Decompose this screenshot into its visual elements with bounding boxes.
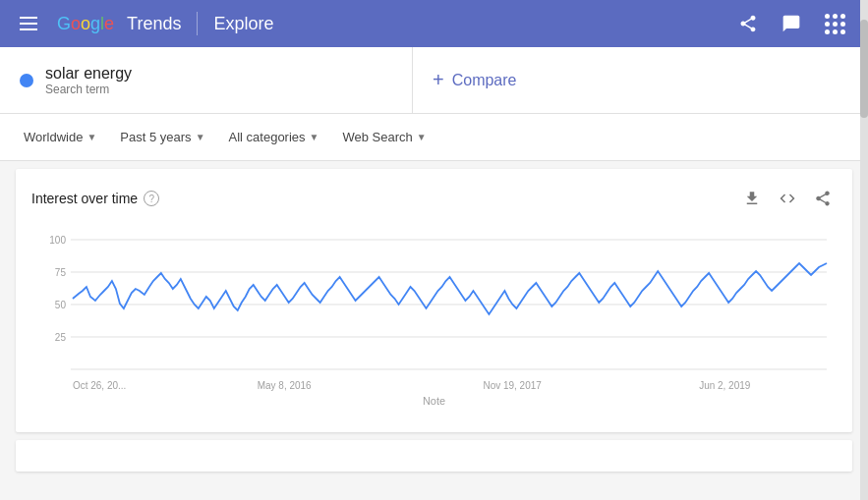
region-filter[interactable]: Worldwide ▼	[16, 124, 104, 150]
app-header: Google Trends Explore	[0, 0, 868, 47]
header-divider	[197, 12, 198, 35]
chart-title-row: Interest over time ?	[31, 191, 159, 206]
interest-over-time-card: Interest over time ?	[16, 169, 852, 432]
menu-icon[interactable]	[16, 13, 41, 34]
chart-title: Interest over time	[31, 191, 138, 206]
category-filter[interactable]: All categories ▼	[221, 124, 327, 150]
scrollbar-thumb[interactable]	[860, 20, 868, 118]
search-type-filter-arrow: ▼	[417, 132, 427, 142]
header-actions	[730, 6, 852, 41]
search-term-text: solar energy Search term	[45, 65, 132, 96]
feedback-icon[interactable]	[774, 6, 809, 41]
search-term-box[interactable]: solar energy Search term	[0, 47, 413, 113]
search-term-name: solar energy	[45, 65, 132, 83]
chart-actions	[738, 185, 837, 212]
google-trends-logo: Google Trends	[57, 14, 181, 34]
compare-plus-icon: +	[433, 69, 444, 91]
region-filter-arrow: ▼	[87, 132, 96, 142]
trends-label: Trends	[127, 14, 181, 34]
search-type-filter[interactable]: Web Search ▼	[334, 124, 434, 150]
svg-text:25: 25	[55, 332, 67, 343]
scrollbar[interactable]	[860, 0, 868, 500]
time-filter-arrow: ▼	[196, 132, 205, 142]
explore-label: Explore	[213, 14, 273, 34]
svg-text:50: 50	[55, 300, 67, 310]
svg-text:100: 100	[49, 235, 66, 246]
download-icon[interactable]	[738, 185, 766, 212]
search-type-filter-label: Web Search	[342, 130, 412, 144]
main-content: Interest over time ?	[0, 161, 868, 479]
chart-share-icon[interactable]	[809, 185, 837, 212]
bottom-card	[16, 440, 852, 472]
help-icon[interactable]: ?	[144, 191, 159, 206]
region-filter-label: Worldwide	[24, 130, 83, 144]
apps-icon[interactable]	[817, 6, 852, 41]
search-term-label: Search term	[45, 83, 132, 96]
time-filter[interactable]: Past 5 years ▼	[112, 124, 212, 150]
embed-icon[interactable]	[774, 185, 801, 212]
category-filter-label: All categories	[229, 130, 306, 144]
share-icon[interactable]	[730, 6, 766, 41]
category-filter-arrow: ▼	[310, 132, 319, 142]
chart-header: Interest over time ?	[31, 185, 837, 212]
svg-text:Oct 26, 20...: Oct 26, 20...	[73, 380, 126, 391]
svg-text:May 8, 2016: May 8, 2016	[258, 380, 312, 391]
search-term-indicator	[20, 74, 33, 87]
search-area: solar energy Search term + Compare	[0, 47, 868, 114]
trend-chart: 100 75 50 25 Oct 26, 20... May 8, 2016 N…	[31, 220, 837, 417]
time-filter-label: Past 5 years	[120, 130, 191, 144]
svg-text:Nov 19, 2017: Nov 19, 2017	[483, 380, 542, 391]
chart-area: 100 75 50 25 Oct 26, 20... May 8, 2016 N…	[31, 220, 837, 417]
svg-text:Note: Note	[423, 395, 445, 407]
compare-label: Compare	[452, 72, 517, 89]
compare-box[interactable]: + Compare	[413, 47, 868, 113]
svg-text:75: 75	[55, 267, 67, 278]
svg-text:Jun 2, 2019: Jun 2, 2019	[699, 380, 751, 391]
filters-bar: Worldwide ▼ Past 5 years ▼ All categorie…	[0, 114, 868, 161]
